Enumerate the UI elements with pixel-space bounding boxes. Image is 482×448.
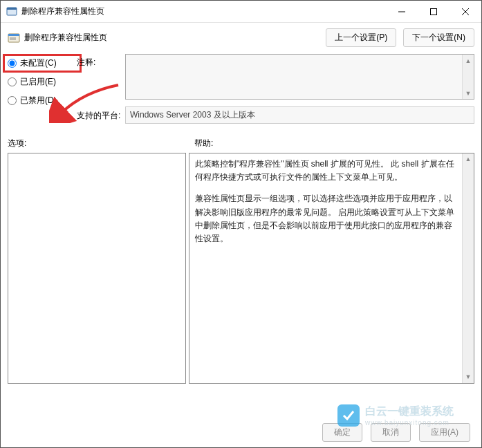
platforms-label: 支持的平台: bbox=[77, 110, 120, 122]
svg-rect-1 bbox=[7, 8, 17, 10]
help-paragraph: 此策略控制"程序兼容性"属性页 shell 扩展的可见性。 此 shell 扩展… bbox=[195, 158, 460, 184]
window-title: 删除程序兼容性属性页 bbox=[21, 6, 104, 17]
page-title: 删除程序兼容性属性页 bbox=[24, 32, 107, 44]
comment-label: 注释: bbox=[77, 57, 95, 68]
policy-icon bbox=[8, 32, 20, 44]
radio-not-configured-input[interactable] bbox=[8, 59, 17, 68]
scroll-up-icon[interactable]: ▲ bbox=[463, 55, 474, 66]
radio-disabled-label: 已禁用(D) bbox=[20, 95, 57, 106]
radio-not-configured[interactable]: 未配置(C) bbox=[3, 54, 82, 73]
field-labels: 注释: 支持的平台: bbox=[77, 54, 125, 124]
close-button[interactable] bbox=[449, 1, 481, 22]
svg-rect-7 bbox=[8, 34, 19, 36]
radio-enabled[interactable]: 已启用(E) bbox=[8, 76, 77, 88]
lower-labels: 选项: 帮助: bbox=[1, 131, 481, 153]
next-setting-button[interactable]: 下一个设置(N) bbox=[403, 28, 474, 47]
scroll-up-icon[interactable]: ▲ bbox=[463, 153, 474, 165]
ok-button[interactable]: 确定 bbox=[322, 423, 362, 442]
maximize-button[interactable] bbox=[418, 1, 449, 22]
options-label: 选项: bbox=[8, 138, 194, 149]
lower-panels: 此策略控制"程序兼容性"属性页 shell 扩展的可见性。 此 shell 扩展… bbox=[1, 153, 481, 384]
app-icon bbox=[6, 6, 17, 17]
watermark-title: 白云一键重装系统 bbox=[365, 404, 454, 419]
header-row: 删除程序兼容性属性页 上一个设置(P) 下一个设置(N) bbox=[1, 23, 481, 54]
scroll-down-icon[interactable]: ▼ bbox=[463, 87, 474, 99]
radio-disabled[interactable]: 已禁用(D) bbox=[8, 95, 77, 106]
minimize-button[interactable] bbox=[386, 1, 418, 22]
svg-rect-3 bbox=[431, 8, 437, 15]
comment-textarea[interactable]: ▲ ▼ bbox=[125, 54, 474, 100]
radio-enabled-input[interactable] bbox=[8, 77, 17, 86]
scroll-down-icon[interactable]: ▼ bbox=[463, 371, 474, 383]
options-panel bbox=[8, 153, 186, 384]
radio-enabled-label: 已启用(E) bbox=[20, 76, 56, 88]
scrollbar[interactable]: ▲ ▼ bbox=[462, 55, 474, 99]
footer-buttons: 确定 取消 应用(A) bbox=[322, 423, 470, 442]
platforms-field: Windows Server 2003 及以上版本 bbox=[125, 106, 474, 124]
prev-setting-button[interactable]: 上一个设置(P) bbox=[326, 28, 396, 47]
scrollbar[interactable]: ▲ ▼ bbox=[462, 153, 474, 383]
window-controls bbox=[386, 1, 481, 22]
radio-not-configured-label: 未配置(C) bbox=[20, 57, 57, 69]
radio-disabled-input[interactable] bbox=[8, 96, 17, 105]
titlebar: 删除程序兼容性属性页 bbox=[1, 1, 481, 23]
config-section: 未配置(C) 已启用(E) 已禁用(D) 注释: 支持的平台: ▲ ▼ Wind… bbox=[1, 54, 481, 131]
help-panel: 此策略控制"程序兼容性"属性页 shell 扩展的可见性。 此 shell 扩展… bbox=[189, 153, 474, 384]
help-paragraph: 兼容性属性页显示一组选项，可以选择这些选项并应用于应用程序，以解决影响旧版应用程… bbox=[195, 192, 460, 245]
help-label: 帮助: bbox=[194, 138, 213, 149]
radio-group: 未配置(C) 已启用(E) 已禁用(D) bbox=[8, 54, 77, 124]
field-values: ▲ ▼ Windows Server 2003 及以上版本 bbox=[125, 54, 474, 124]
apply-button[interactable]: 应用(A) bbox=[419, 423, 470, 442]
cancel-button[interactable]: 取消 bbox=[371, 423, 411, 442]
